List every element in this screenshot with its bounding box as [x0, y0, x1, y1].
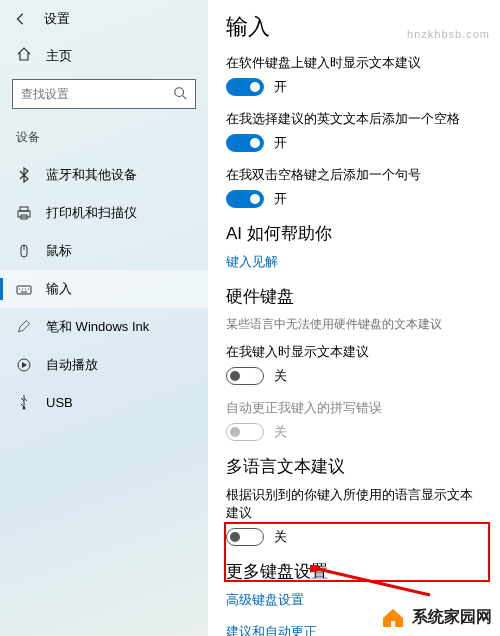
sidebar-item-label: 笔和 Windows Ink [46, 318, 149, 336]
multilang-heading: 多语言文本建议 [226, 455, 482, 478]
toggle-state-label: 开 [274, 134, 287, 152]
hw-opt2-toggle-row: 关 [226, 423, 482, 441]
usb-icon [16, 394, 32, 410]
typing-options: 在软件键盘上键入时显示文本建议开在我选择建议的英文文本后添加一个空格开在我双击空… [226, 54, 482, 208]
sidebar-item-bluetooth[interactable]: 蓝牙和其他设备 [0, 156, 208, 194]
sidebar-item-label: 自动播放 [46, 356, 98, 374]
bluetooth-icon [16, 167, 32, 183]
multilang-opt-label: 根据识别到的你键入所使用的语言显示文本建议 [226, 486, 482, 522]
svg-point-0 [175, 87, 184, 96]
toggle-row: 开 [226, 78, 482, 96]
toggle-state-label: 关 [274, 423, 287, 441]
toggle-state-label: 开 [274, 78, 287, 96]
sidebar-item-label: 打印机和扫描仪 [46, 204, 137, 222]
sidebar-item-keyboard[interactable]: 输入 [0, 270, 208, 308]
nav-list: 蓝牙和其他设备打印机和扫描仪鼠标输入笔和 Windows Ink自动播放USB [0, 156, 208, 420]
toggle[interactable] [226, 367, 264, 385]
hw-opt2-label: 自动更正我键入的拼写错误 [226, 399, 482, 417]
settings-window: 设置 主页 设备 蓝牙和其他设备打印机和扫描仪鼠标输入笔和 Windows In… [0, 0, 500, 636]
svg-rect-1 [20, 207, 28, 211]
toggle[interactable] [226, 78, 264, 96]
sidebar-item-label: 鼠标 [46, 242, 72, 260]
option-label: 在我双击空格键之后添加一个句号 [226, 166, 482, 184]
hw-opt1-toggle-row: 关 [226, 367, 482, 385]
multilang-toggle-row: 关 [226, 528, 482, 546]
pen-icon [16, 319, 32, 335]
keyboard-icon [16, 281, 32, 297]
home-label: 主页 [46, 47, 72, 65]
hw-opt1-label: 在我键入时显示文本建议 [226, 343, 482, 361]
svg-rect-2 [18, 211, 30, 217]
home-icon [16, 46, 32, 65]
sidebar-item-pen[interactable]: 笔和 Windows Ink [0, 308, 208, 346]
sidebar-item-label: 蓝牙和其他设备 [46, 166, 137, 184]
mouse-icon [16, 243, 32, 259]
sidebar: 设置 主页 设备 蓝牙和其他设备打印机和扫描仪鼠标输入笔和 Windows In… [0, 0, 208, 636]
search-field[interactable] [21, 87, 173, 101]
main-content: 输入 在软件键盘上键入时显示文本建议开在我选择建议的英文文本后添加一个空格开在我… [208, 0, 500, 636]
hw-heading: 硬件键盘 [226, 285, 482, 308]
back-icon[interactable] [12, 10, 30, 28]
sidebar-section-header: 设备 [0, 123, 208, 156]
toggle-disabled [226, 423, 264, 441]
search-input[interactable] [12, 79, 196, 109]
option-label: 在我选择建议的英文文本后添加一个空格 [226, 110, 482, 128]
ai-link[interactable]: 键入见解 [226, 253, 482, 271]
printer-icon [16, 205, 32, 221]
toggle-state-label: 开 [274, 190, 287, 208]
sidebar-item-autoplay[interactable]: 自动播放 [0, 346, 208, 384]
toggle[interactable] [226, 528, 264, 546]
option-label: 在软件键盘上键入时显示文本建议 [226, 54, 482, 72]
ai-heading: AI 如何帮助你 [226, 222, 482, 245]
suggest-autocorrect-link[interactable]: 建议和自动更正 [226, 623, 482, 636]
window-title: 设置 [44, 10, 70, 28]
svg-rect-6 [17, 286, 31, 294]
more-heading: 更多键盘设置 [226, 560, 482, 583]
advanced-keyboard-link[interactable]: 高级键盘设置 [226, 591, 482, 609]
search-icon [173, 86, 187, 103]
sidebar-item-label: USB [46, 395, 73, 410]
sidebar-item-label: 输入 [46, 280, 72, 298]
toggle[interactable] [226, 134, 264, 152]
autoplay-icon [16, 357, 32, 373]
sidebar-item-printer[interactable]: 打印机和扫描仪 [0, 194, 208, 232]
toggle-state-label: 关 [274, 367, 287, 385]
toggle[interactable] [226, 190, 264, 208]
sidebar-item-mouse[interactable]: 鼠标 [0, 232, 208, 270]
toggle-state-label: 关 [274, 528, 287, 546]
toggle-row: 开 [226, 190, 482, 208]
svg-point-14 [23, 407, 26, 410]
hw-subtext: 某些语言中无法使用硬件键盘的文本建议 [226, 316, 482, 333]
home-row[interactable]: 主页 [0, 38, 208, 79]
toggle-row: 开 [226, 134, 482, 152]
sidebar-item-usb[interactable]: USB [0, 384, 208, 420]
page-title: 输入 [226, 12, 482, 42]
svg-marker-13 [22, 362, 27, 368]
titlebar: 设置 [0, 6, 208, 38]
